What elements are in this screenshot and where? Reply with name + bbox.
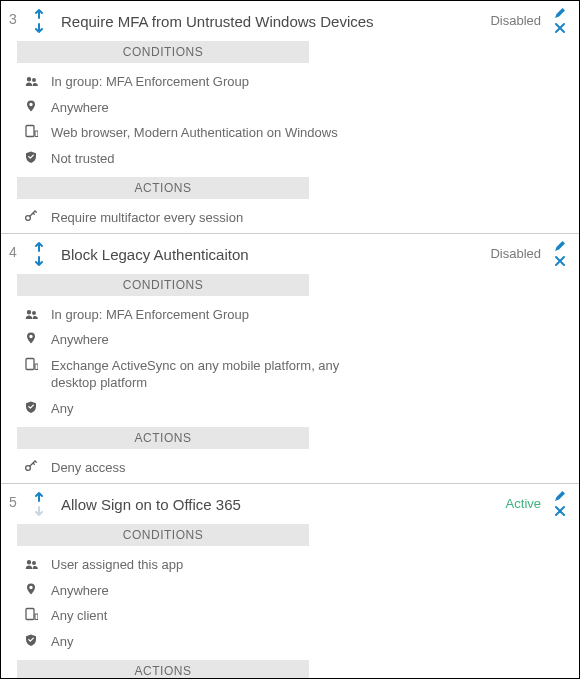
group-icon: [23, 73, 39, 87]
key-icon: [23, 459, 39, 473]
conditions-header: CONDITIONS: [17, 274, 309, 296]
condition-row: User assigned this app: [17, 552, 347, 578]
group-icon: [23, 306, 39, 320]
action-row: Deny access: [17, 455, 347, 481]
rule-title: Block Legacy Authenticaiton: [53, 240, 482, 263]
edit-button[interactable]: [553, 490, 567, 502]
condition-text: Any: [51, 400, 347, 418]
rules-list: 3Require MFA from Untrusted Windows Devi…: [0, 0, 580, 679]
condition-text: In group: MFA Enforcement Group: [51, 73, 347, 91]
actions-header: ACTIONS: [17, 427, 309, 449]
delete-button[interactable]: [553, 254, 567, 268]
key-icon: [23, 209, 39, 223]
condition-row: Exchange ActiveSync on any mobile platfo…: [17, 353, 347, 396]
rule-action-buttons: [549, 490, 571, 518]
conditions-header: CONDITIONS: [17, 524, 309, 546]
rule-number: 4: [9, 240, 25, 260]
rule-body: CONDITIONSIn group: MFA Enforcement Grou…: [9, 274, 571, 481]
reorder-controls: [33, 7, 45, 33]
edit-button[interactable]: [553, 7, 567, 19]
rule-header: 5Allow Sign on to Office 365Active: [9, 490, 571, 518]
rule-card: 4Block Legacy AuthenticaitonDisabledCOND…: [1, 234, 579, 484]
condition-text: Anywhere: [51, 331, 347, 349]
device-icon: [23, 607, 39, 621]
condition-row: Any: [17, 396, 347, 422]
rule-action-buttons: [549, 240, 571, 268]
move-up-button[interactable]: [33, 490, 45, 502]
action-text: Deny access: [51, 459, 347, 477]
action-text: Require multifactor every session: [51, 209, 347, 227]
reorder-controls: [33, 240, 45, 266]
condition-row: In group: MFA Enforcement Group: [17, 69, 347, 95]
condition-text: Any: [51, 633, 347, 651]
move-down-button[interactable]: [33, 21, 45, 33]
actions-header: ACTIONS: [17, 177, 309, 199]
shield-icon: [23, 400, 39, 414]
rule-title: Require MFA from Untrusted Windows Devic…: [53, 7, 482, 30]
rule-status: Disabled: [490, 7, 541, 28]
condition-row: Anywhere: [17, 578, 347, 604]
rule-status: Disabled: [490, 240, 541, 261]
rule-status: Active: [506, 490, 541, 511]
rule-body: CONDITIONSUser assigned this appAnywhere…: [9, 524, 571, 679]
delete-button[interactable]: [553, 21, 567, 35]
rule-action-buttons: [549, 7, 571, 35]
move-up-button[interactable]: [33, 7, 45, 19]
shield-icon: [23, 633, 39, 647]
condition-text: Anywhere: [51, 582, 347, 600]
edit-button[interactable]: [553, 240, 567, 252]
condition-row: Anywhere: [17, 327, 347, 353]
rule-header: 4Block Legacy AuthenticaitonDisabled: [9, 240, 571, 268]
conditions-header: CONDITIONS: [17, 41, 309, 63]
condition-row: Any: [17, 629, 347, 655]
rule-number: 5: [9, 490, 25, 510]
condition-row: Any client: [17, 603, 347, 629]
location-pin-icon: [23, 582, 39, 596]
condition-text: Web browser, Modern Authentication on Wi…: [51, 124, 347, 142]
condition-row: Web browser, Modern Authentication on Wi…: [17, 120, 347, 146]
condition-text: In group: MFA Enforcement Group: [51, 306, 347, 324]
rule-number: 3: [9, 7, 25, 27]
location-pin-icon: [23, 331, 39, 345]
condition-text: Exchange ActiveSync on any mobile platfo…: [51, 357, 347, 392]
location-pin-icon: [23, 99, 39, 113]
rule-card: 3Require MFA from Untrusted Windows Devi…: [1, 1, 579, 234]
rule-header: 3Require MFA from Untrusted Windows Devi…: [9, 7, 571, 35]
condition-row: Not trusted: [17, 146, 347, 172]
rule-body: CONDITIONSIn group: MFA Enforcement Grou…: [9, 41, 571, 231]
condition-row: Anywhere: [17, 95, 347, 121]
shield-icon: [23, 150, 39, 164]
delete-button[interactable]: [553, 504, 567, 518]
condition-text: Not trusted: [51, 150, 347, 168]
move-down-button[interactable]: [33, 254, 45, 266]
action-row: Require multifactor every session: [17, 205, 347, 231]
condition-text: Any client: [51, 607, 347, 625]
reorder-controls: [33, 490, 45, 516]
move-up-button[interactable]: [33, 240, 45, 252]
device-icon: [23, 124, 39, 138]
condition-text: Anywhere: [51, 99, 347, 117]
rule-card: 5Allow Sign on to Office 365ActiveCONDIT…: [1, 484, 579, 679]
actions-header: ACTIONS: [17, 660, 309, 679]
condition-text: User assigned this app: [51, 556, 347, 574]
move-down-button: [33, 504, 45, 516]
rule-title: Allow Sign on to Office 365: [53, 490, 498, 513]
condition-row: In group: MFA Enforcement Group: [17, 302, 347, 328]
device-icon: [23, 357, 39, 371]
group-icon: [23, 556, 39, 570]
